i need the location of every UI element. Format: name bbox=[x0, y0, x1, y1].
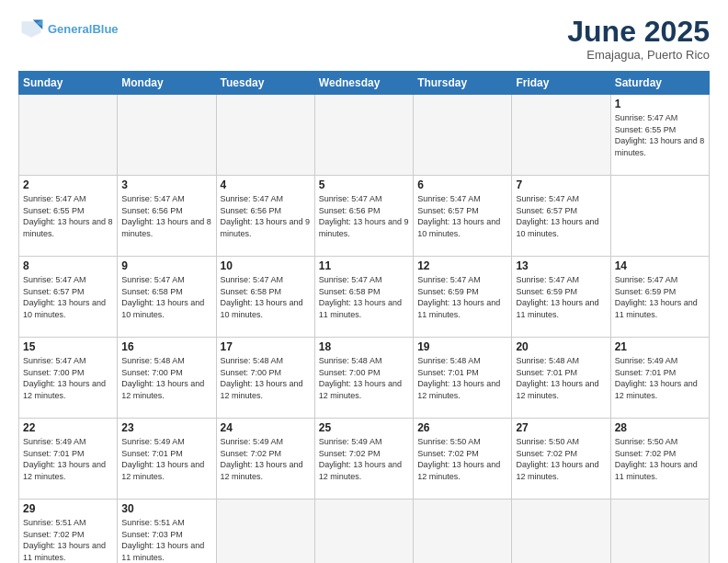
logo-icon bbox=[18, 17, 44, 42]
table-row: 18Sunrise: 5:48 AMSunset: 7:00 PMDayligh… bbox=[314, 338, 413, 419]
table-row: 24Sunrise: 5:49 AMSunset: 7:02 PMDayligh… bbox=[216, 419, 314, 500]
table-row: 7Sunrise: 5:47 AMSunset: 6:57 PMDaylight… bbox=[512, 176, 610, 257]
header: GeneralBlue June 2025 Emajagua, Puerto R… bbox=[18, 17, 710, 62]
col-wednesday: Wednesday bbox=[314, 72, 413, 95]
table-row: 5Sunrise: 5:47 AMSunset: 6:56 PMDaylight… bbox=[314, 176, 413, 257]
calendar: Sunday Monday Tuesday Wednesday Thursday… bbox=[18, 71, 710, 563]
table-row: 2Sunrise: 5:47 AMSunset: 6:55 PMDaylight… bbox=[19, 176, 118, 257]
table-row: 3Sunrise: 5:47 AMSunset: 6:56 PMDaylight… bbox=[118, 176, 216, 257]
table-row: 15Sunrise: 5:47 AMSunset: 7:00 PMDayligh… bbox=[19, 338, 118, 419]
table-row: 12Sunrise: 5:47 AMSunset: 6:59 PMDayligh… bbox=[414, 257, 512, 338]
table-row: 29Sunrise: 5:51 AMSunset: 7:02 PMDayligh… bbox=[19, 500, 118, 564]
table-row: 13Sunrise: 5:47 AMSunset: 6:59 PMDayligh… bbox=[512, 257, 610, 338]
table-row bbox=[414, 95, 512, 176]
table-row: 30Sunrise: 5:51 AMSunset: 7:03 PMDayligh… bbox=[118, 500, 216, 564]
table-row: 11Sunrise: 5:47 AMSunset: 6:58 PMDayligh… bbox=[314, 257, 413, 338]
logo: GeneralBlue bbox=[18, 17, 119, 42]
table-row bbox=[512, 95, 610, 176]
col-friday: Friday bbox=[512, 72, 610, 95]
table-row: 8Sunrise: 5:47 AMSunset: 6:57 PMDaylight… bbox=[19, 257, 118, 338]
table-row: 1Sunrise: 5:47 AMSunset: 6:55 PMDaylight… bbox=[610, 95, 709, 176]
table-row: 10Sunrise: 5:47 AMSunset: 6:58 PMDayligh… bbox=[216, 257, 314, 338]
table-row: 22Sunrise: 5:49 AMSunset: 7:01 PMDayligh… bbox=[19, 419, 118, 500]
table-row bbox=[216, 500, 314, 564]
month-title: June 2025 bbox=[567, 17, 710, 46]
table-row: 17Sunrise: 5:48 AMSunset: 7:00 PMDayligh… bbox=[216, 338, 314, 419]
table-row bbox=[19, 95, 118, 176]
table-row: 28Sunrise: 5:50 AMSunset: 7:02 PMDayligh… bbox=[610, 419, 709, 500]
table-row bbox=[314, 95, 413, 176]
table-row: 25Sunrise: 5:49 AMSunset: 7:02 PMDayligh… bbox=[314, 419, 413, 500]
table-row: 14Sunrise: 5:47 AMSunset: 6:59 PMDayligh… bbox=[610, 257, 709, 338]
table-row bbox=[512, 500, 610, 564]
table-row: 6Sunrise: 5:47 AMSunset: 6:57 PMDaylight… bbox=[414, 176, 512, 257]
col-sunday: Sunday bbox=[19, 72, 118, 95]
table-row: 20Sunrise: 5:48 AMSunset: 7:01 PMDayligh… bbox=[512, 338, 610, 419]
table-row bbox=[216, 95, 314, 176]
col-thursday: Thursday bbox=[414, 72, 512, 95]
table-row: 9Sunrise: 5:47 AMSunset: 6:58 PMDaylight… bbox=[118, 257, 216, 338]
col-saturday: Saturday bbox=[610, 72, 709, 95]
page: GeneralBlue June 2025 Emajagua, Puerto R… bbox=[0, 0, 728, 563]
location: Emajagua, Puerto Rico bbox=[567, 48, 710, 62]
table-row bbox=[414, 500, 512, 564]
calendar-header-row: Sunday Monday Tuesday Wednesday Thursday… bbox=[19, 72, 710, 95]
table-row: 26Sunrise: 5:50 AMSunset: 7:02 PMDayligh… bbox=[414, 419, 512, 500]
col-tuesday: Tuesday bbox=[216, 72, 314, 95]
table-row: 16Sunrise: 5:48 AMSunset: 7:00 PMDayligh… bbox=[118, 338, 216, 419]
logo-text: GeneralBlue bbox=[48, 22, 119, 37]
table-row: 19Sunrise: 5:48 AMSunset: 7:01 PMDayligh… bbox=[414, 338, 512, 419]
table-row: 4Sunrise: 5:47 AMSunset: 6:56 PMDaylight… bbox=[216, 176, 314, 257]
table-row: 27Sunrise: 5:50 AMSunset: 7:02 PMDayligh… bbox=[512, 419, 610, 500]
table-row: 21Sunrise: 5:49 AMSunset: 7:01 PMDayligh… bbox=[610, 338, 709, 419]
table-row bbox=[610, 500, 709, 564]
table-row bbox=[314, 500, 413, 564]
title-block: June 2025 Emajagua, Puerto Rico bbox=[567, 17, 710, 62]
table-row: 23Sunrise: 5:49 AMSunset: 7:01 PMDayligh… bbox=[118, 419, 216, 500]
col-monday: Monday bbox=[118, 72, 216, 95]
table-row bbox=[118, 95, 216, 176]
